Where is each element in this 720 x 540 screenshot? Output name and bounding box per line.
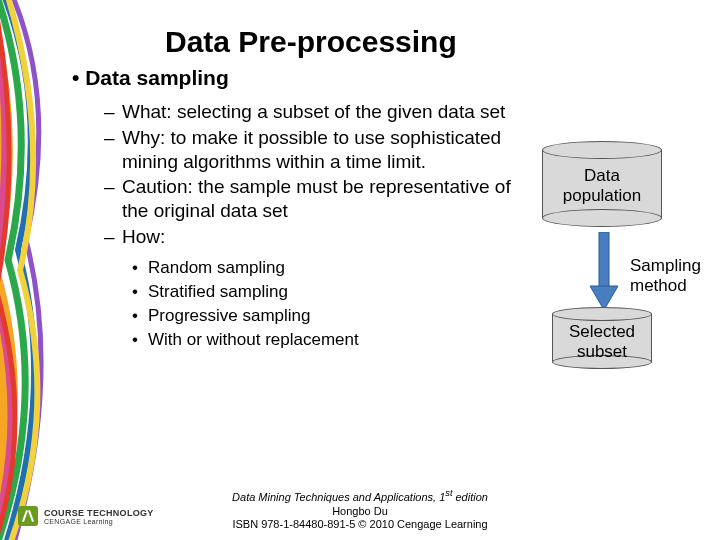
cyl-bottom-label-2: subset — [577, 342, 627, 361]
cylinder-selected-subset: Selected subset — [552, 314, 652, 362]
diagram-area: Data population Sampling method Selected… — [538, 150, 708, 450]
arrow-label: Sampling method — [630, 256, 701, 295]
arrow-label-1: Sampling — [630, 256, 701, 275]
dot-item: •Stratified sampling — [132, 281, 512, 303]
dot-item: •Random sampling — [132, 257, 512, 279]
dot-item: •With or without replacement — [132, 329, 512, 351]
logo-text-line1: COURSE TECHNOLOGY — [44, 508, 154, 518]
arrow-label-2: method — [630, 276, 687, 295]
dash-item: –Why: to make it possible to use sophist… — [104, 126, 512, 174]
cyl-top-label-1: Data — [584, 166, 620, 185]
content-area: • Data sampling –What: selecting a subse… — [72, 60, 512, 353]
bullet-1-text: Data sampling — [85, 66, 229, 89]
decorative-stripes — [0, 0, 60, 540]
dash-text: Caution: the sample must be representati… — [122, 175, 512, 223]
dash-text: Why: to make it possible to use sophisti… — [122, 126, 512, 174]
dash-text: How: — [122, 225, 165, 249]
dash-item: –Caution: the sample must be representat… — [104, 175, 512, 223]
logo-text-line2: CENGAGE Learning — [44, 518, 154, 525]
dash-item: –What: selecting a subset of the given d… — [104, 100, 512, 124]
dot-item: •Progressive sampling — [132, 305, 512, 327]
publisher-logo: COURSE TECHNOLOGY CENGAGE Learning — [18, 506, 154, 526]
dash-list: –What: selecting a subset of the given d… — [104, 100, 512, 249]
dot-text: Progressive sampling — [148, 305, 311, 327]
sampling-arrow — [590, 232, 618, 314]
dot-text: Stratified sampling — [148, 281, 288, 303]
dash-item: –How: — [104, 225, 512, 249]
dot-text: With or without replacement — [148, 329, 359, 351]
footer-line1-suffix: edition — [452, 491, 487, 503]
cylinder-data-population: Data population — [542, 150, 662, 218]
dot-text: Random sampling — [148, 257, 285, 279]
cyl-top-label-2: population — [563, 186, 641, 205]
dot-list: •Random sampling •Stratified sampling •P… — [132, 257, 512, 351]
cyl-bottom-label-1: Selected — [569, 322, 635, 341]
svg-rect-0 — [599, 232, 609, 288]
arrow-down-icon — [590, 232, 618, 310]
dash-text: What: selecting a subset of the given da… — [122, 100, 505, 124]
logo-mark-icon — [18, 506, 38, 526]
slide-title: Data Pre-processing — [165, 25, 457, 59]
footer-line1-prefix: Data Mining Techniques and Applications,… — [232, 491, 445, 503]
bullet-level-1: • Data sampling — [72, 66, 512, 90]
